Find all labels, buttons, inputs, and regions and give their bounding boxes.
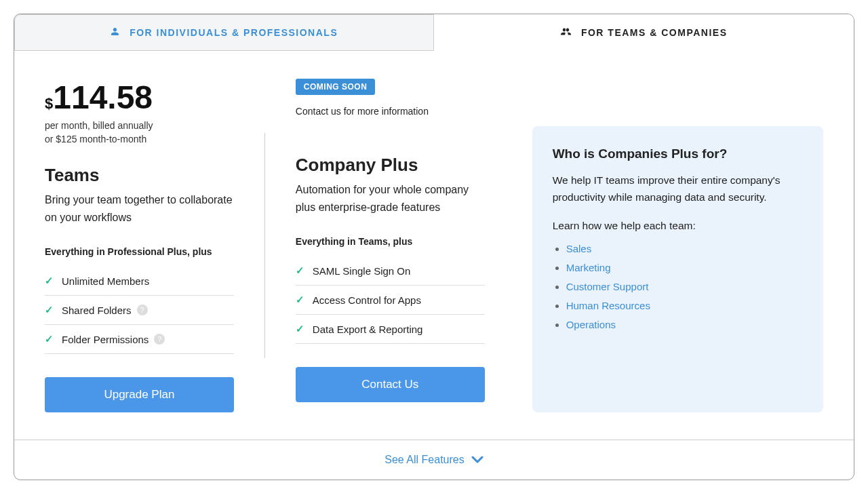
plan-teams-desc: Bring your team together to collaborate …: [45, 191, 234, 226]
check-icon: ✓: [45, 333, 54, 345]
plan-teams-title: Teams: [45, 165, 234, 186]
who-for-card: Who is Companies Plus for? We help IT te…: [532, 126, 823, 412]
tab-teams-companies[interactable]: For Teams & Companies: [434, 14, 854, 51]
help-icon[interactable]: ?: [137, 305, 148, 315]
team-links-list: Sales Marketing Customer Support Human R…: [553, 243, 803, 331]
feature-row: ✓ Shared Folders ?: [45, 296, 234, 325]
see-all-features-toggle[interactable]: See All Features: [384, 454, 483, 466]
who-for-subhead: Learn how we help each team:: [553, 220, 803, 232]
price-block: $ 114.58: [45, 79, 234, 116]
feature-label: SAML Single Sign On: [313, 265, 411, 277]
list-item: Marketing: [566, 262, 803, 274]
coming-soon-badge: Coming Soon: [296, 79, 376, 95]
list-item: Human Resources: [566, 300, 803, 312]
pricing-panel: For Individuals & Professionals For Team…: [14, 14, 854, 480]
link-human-resources[interactable]: Human Resources: [566, 300, 650, 311]
plan-teams: $ 114.58 per month, billed annually or $…: [14, 79, 264, 440]
footer-bar: See All Features: [14, 440, 854, 480]
audience-tabs: For Individuals & Professionals For Team…: [14, 14, 854, 52]
feature-row: ✓ SAML Single Sign On: [296, 256, 485, 286]
link-marketing[interactable]: Marketing: [566, 262, 611, 273]
upgrade-plan-button[interactable]: Upgrade Plan: [45, 377, 234, 412]
who-for-title: Who is Companies Plus for?: [553, 147, 803, 161]
company-includes-head: Everything in Teams, plus: [296, 236, 485, 247]
list-item: Customer Support: [566, 281, 803, 293]
check-icon: ✓: [296, 323, 304, 335]
price-alt-text: or $125 month-to-month: [45, 134, 234, 144]
feature-label: Access Control for Apps: [313, 294, 421, 306]
see-all-label: See All Features: [384, 454, 464, 466]
feature-label: Data Export & Reporting: [313, 324, 423, 335]
check-icon: ✓: [296, 294, 304, 306]
plan-company-desc: Automation for your whole company plus e…: [296, 181, 485, 216]
contact-info-line: Contact us for more information: [296, 106, 485, 117]
price-amount: 114.58: [53, 79, 153, 116]
feature-label: Folder Permissions: [62, 334, 149, 345]
feature-row: ✓ Unlimited Members: [45, 267, 234, 296]
tab-individuals-label: For Individuals & Professionals: [130, 27, 338, 38]
plan-company-title: Company Plus: [296, 155, 485, 176]
currency-symbol: $: [45, 95, 53, 113]
check-icon: ✓: [45, 304, 54, 316]
feature-row: ✓ Data Export & Reporting: [296, 315, 485, 344]
tab-teams-companies-label: For Teams & Companies: [581, 27, 728, 38]
person-icon: [111, 27, 119, 38]
check-icon: ✓: [45, 275, 54, 287]
price-subtext: per month, billed annually: [45, 120, 234, 131]
feature-label: Unlimited Members: [62, 275, 149, 287]
list-item: Operations: [566, 319, 803, 331]
list-item: Sales: [566, 243, 803, 255]
link-sales[interactable]: Sales: [566, 243, 592, 254]
teams-includes-head: Everything in Professional Plus, plus: [45, 246, 234, 257]
pricing-content: $ 114.58 per month, billed annually or $…: [14, 52, 854, 440]
tab-individuals[interactable]: For Individuals & Professionals: [14, 14, 434, 51]
plan-company-plus: Coming Soon Contact us for more informat…: [265, 79, 515, 440]
feature-row: ✓ Access Control for Apps: [296, 286, 485, 315]
people-icon: [561, 27, 571, 38]
chevron-down-icon: [471, 456, 484, 464]
check-icon: ✓: [296, 265, 304, 277]
contact-us-button[interactable]: Contact Us: [296, 367, 485, 402]
who-for-text: We help IT teams improve their entire co…: [553, 172, 803, 206]
help-icon[interactable]: ?: [154, 334, 165, 345]
feature-label: Shared Folders: [62, 305, 132, 316]
link-operations[interactable]: Operations: [566, 319, 616, 330]
feature-row: ✓ Folder Permissions ?: [45, 325, 234, 354]
link-customer-support[interactable]: Customer Support: [566, 281, 649, 292]
